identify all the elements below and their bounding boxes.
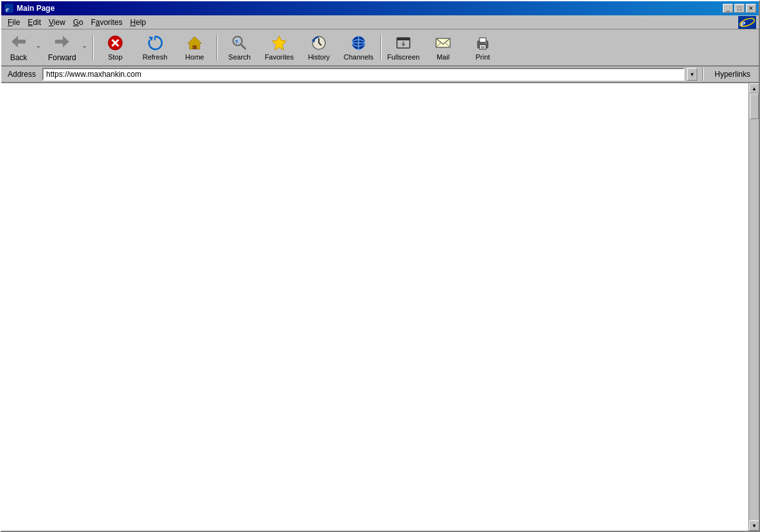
scroll-thumb[interactable] [750,93,759,119]
menu-help[interactable]: Help [126,17,150,28]
toolbar: Back Forward [1,29,759,67]
refresh-label: Refresh [143,53,168,61]
refresh-icon [146,34,164,52]
home-label: Home [185,53,204,61]
toolbar-sep-3 [380,35,382,60]
channels-button[interactable]: Channels [339,31,378,63]
forward-icon [54,33,70,52]
print-label: Print [476,53,490,61]
scroll-down-button[interactable]: ▼ [749,520,759,531]
favorites-label: Favorites [264,53,293,61]
svg-text:?: ? [235,39,238,45]
menu-bar: File Edit View Go Favorites Help e [1,15,759,29]
svg-rect-29 [397,38,410,40]
title-bar: e Main Page _ □ ✕ [1,1,759,15]
menu-file[interactable]: File [4,17,24,28]
page-content [1,83,748,531]
address-input[interactable] [42,68,684,81]
menu-edit[interactable]: Edit [24,17,45,28]
favorites-icon [270,34,288,52]
stop-label: Stop [108,53,123,61]
svg-marker-21 [272,36,286,50]
toolbar-sep-1 [92,35,93,60]
history-button[interactable]: History [300,31,338,63]
forward-button[interactable]: Forward [45,31,79,63]
svg-text:e: e [6,5,9,13]
channels-icon [350,34,368,52]
mail-label: Mail [437,53,449,61]
search-icon: ? [230,34,248,52]
channels-label: Channels [344,53,373,61]
address-bar: Address ▼ Hyperlinks [1,67,759,83]
print-icon [474,34,492,52]
fullscreen-icon [394,34,412,52]
svg-rect-6 [17,40,26,44]
back-arrow[interactable] [33,31,44,63]
address-sep [702,68,704,81]
menu-favorites[interactable]: Favorites [87,17,126,28]
title-bar-controls: _ □ ✕ [723,4,756,13]
history-label: History [308,53,330,61]
forward-label: Forward [48,53,76,62]
window-title: Main Page [17,4,54,13]
minimize-button[interactable]: _ [723,4,733,13]
search-label: Search [229,53,251,61]
svg-marker-30 [401,44,405,47]
fullscreen-label: Fullscreen [387,53,420,61]
scrollbar-right: ▲ ▼ [748,83,759,531]
back-label: Back [10,53,28,62]
stop-button[interactable]: Stop [96,31,134,63]
svg-line-18 [241,44,246,49]
refresh-button[interactable]: Refresh [136,31,174,63]
close-button[interactable]: ✕ [746,4,756,13]
address-label: Address [4,70,40,79]
address-dropdown[interactable]: ▼ [687,68,697,81]
back-button[interactable]: Back [4,31,33,63]
svg-marker-7 [36,46,40,49]
ie-logo: e [738,16,756,29]
back-icon [10,33,27,52]
history-icon [310,34,328,52]
print-button[interactable]: Print [464,31,502,63]
home-icon [186,34,204,52]
title-bar-left: e Main Page [4,3,54,13]
forward-group: Forward [45,31,90,63]
back-group: Back [4,31,44,63]
home-button[interactable]: Home [175,31,214,63]
toolbar-sep-2 [216,35,218,60]
svg-marker-10 [83,46,86,49]
svg-rect-9 [55,40,64,44]
forward-arrow[interactable] [79,31,90,63]
mail-icon [434,34,452,52]
scroll-track [749,93,759,520]
svg-rect-36 [480,38,486,42]
browser-window: e Main Page _ □ ✕ File Edit View Go Favo… [0,0,760,532]
fullscreen-button[interactable]: Fullscreen [384,31,423,63]
content-area: ▲ ▼ [1,83,759,531]
hyperlinks-button[interactable]: Hyperlinks [709,68,756,81]
menu-go[interactable]: Go [69,17,87,28]
scroll-up-button[interactable]: ▲ [749,83,759,93]
svg-rect-40 [485,42,487,44]
search-button[interactable]: ? Search [220,31,259,63]
mail-button[interactable]: Mail [424,31,462,63]
favorites-button[interactable]: Favorites [260,31,298,63]
stop-icon [106,34,124,52]
browser-icon: e [4,3,14,13]
svg-rect-16 [193,45,197,49]
maximize-button[interactable]: □ [734,4,745,13]
menu-view[interactable]: View [45,17,69,28]
